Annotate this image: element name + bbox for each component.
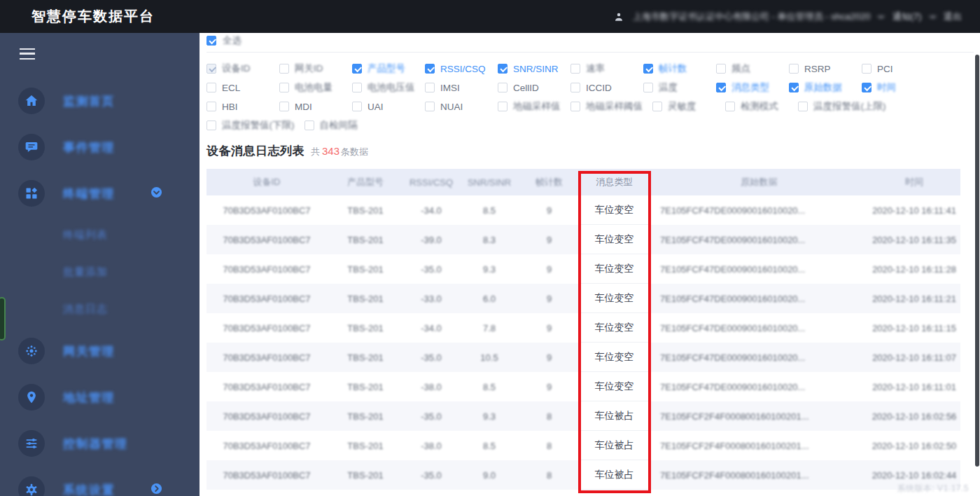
filter-label: ICCID [586,83,622,93]
record-count: 343 [322,145,340,157]
sidebar-item[interactable]: 地址管理 [0,374,200,420]
filter-label: 温度 [659,81,687,94]
filter-checkbox[interactable]: 自检间隔 [304,119,377,132]
checkbox-icon [798,102,808,111]
select-all-checkbox[interactable]: 全选 [206,34,980,47]
filter-checkbox[interactable]: IMSI [425,83,498,93]
logout-button[interactable]: 退出 [944,11,962,23]
filter-label: 帧计数 [659,62,697,75]
checkbox-icon [206,83,216,92]
filter-checkbox[interactable]: 温度 [643,81,716,94]
filter-checkbox[interactable]: RSSI/CSQ [425,64,498,74]
table-cell: 70B3D53AF0100BC7 [206,372,327,401]
chevron-down-icon[interactable]: ∨ [929,13,936,20]
filter-checkbox[interactable]: 速率 [570,62,643,75]
chevron-down-icon[interactable]: ∨ [878,13,885,20]
table-row[interactable]: 70B3D53AF0100BC7TBS-201-38.08.59车位变空7E10… [206,372,960,401]
table-row[interactable]: 70B3D53AF0100BC7TBS-201-34.08.59车位变空7E10… [206,195,960,225]
filter-checkbox[interactable]: 原始数据 [789,81,862,94]
sidebar-item[interactable]: 控制器管理 [0,420,200,467]
sidebar-nav: 监测首页 事件管理 终端管理 终端列表 批量添加 消息日志 网关管理 地址管理 … [0,78,200,496]
sidebar-item[interactable]: 网关管理 [0,328,200,374]
filter-checkbox[interactable]: PCI [862,64,934,74]
filter-checkbox[interactable]: 网关ID [279,62,352,75]
table-cell: 70B3D53AF0100BC7 [206,313,327,343]
table-cell: 70B3D53AF0100BC7 [206,401,327,431]
filter-checkbox[interactable]: 产品型号 [352,62,425,75]
table-cell: 7E105FCF47DE00090016010020... [650,372,868,401]
filter-row: ECL 电池电量 电池电压值 IMSI CellID ICCID 温度 消息类型… [206,80,980,95]
filter-checkbox[interactable]: 消息类型 [716,81,789,94]
table-body: 70B3D53AF0100BC7TBS-201-34.08.59车位变空7E10… [206,195,960,490]
table-row[interactable]: 70B3D53AF0100BC7TBS-201-33.06.09车位变空7E10… [206,284,960,313]
sidebar: 监测首页 事件管理 终端管理 终端列表 批量添加 消息日志 网关管理 地址管理 … [0,33,200,496]
filter-checkbox[interactable]: 帧计数 [643,62,716,75]
sidebar-subitem[interactable]: 批量添加 [0,254,200,291]
filter-checkbox[interactable]: 温度报警值(下限) [206,119,304,132]
sidebar-item[interactable]: 监测首页 [0,78,200,124]
table-cell: 2020-12-10 16:11:41 [868,195,960,225]
filter-checkbox[interactable]: ICCID [570,83,643,93]
filter-checkbox[interactable]: NUAI [425,102,498,112]
filter-checkbox[interactable]: HBI [206,102,279,112]
table-cell: 7E105FCF2F4F000800160100201... [650,460,868,490]
column-header: 帧计数 [520,169,578,195]
filter-label: 速率 [586,62,615,75]
sidebar-item-label: 事件管理 [63,139,115,156]
filter-label: 自检间隔 [320,119,368,132]
table-row[interactable]: 70B3D53AF0100BC7TBS-201-35.09.38车位被占7E10… [206,401,960,431]
table-cell: 70B3D53AF0100BC7 [206,225,327,254]
divider [206,52,974,53]
filter-checkbox[interactable]: ECL [206,83,279,93]
message-type-cell: 车位被占 [578,431,650,460]
menu-toggle-button[interactable] [0,33,200,78]
table-row[interactable]: 70B3D53AF0100BC7TBS-201-35.09.08车位被占7E10… [206,460,960,490]
table-row[interactable]: 70B3D53AF0100BC7TBS-201-38.08.58车位被占7E10… [206,431,960,460]
table-cell: 7E105FCF47DE00090016010020... [650,313,868,343]
filter-checkbox[interactable]: 设备ID [206,62,279,75]
filter-checkbox[interactable]: 时间 [862,81,934,94]
filter-checkbox[interactable]: RSRP [789,64,862,74]
filter-label: 时间 [877,81,906,94]
table-row[interactable]: 70B3D53AF0100BC7TBS-201-35.010.59车位变空7E1… [206,343,960,372]
filter-checkbox[interactable]: 灵敏度 [652,100,725,113]
checkbox-icon [425,83,435,92]
filter-checkbox[interactable]: 温度报警值(上限) [798,100,896,113]
table-row[interactable]: 70B3D53AF0100BC7TBS-201-34.07.89车位变空7E10… [206,313,960,343]
sidebar-item-label: 监测首页 [63,93,115,109]
filter-label: 频点 [732,62,760,75]
table-row[interactable]: 70B3D53AF0100BC7TBS-201-39.08.39车位变空7E10… [206,225,960,254]
sidebar-item[interactable]: 系统设置 [0,467,200,496]
filter-checkbox[interactable]: 电池电量 [279,81,352,94]
filter-checkbox[interactable]: UAI [352,102,425,112]
top-bar: 智慧停车数据平台 上海市数字证书认证中心有限公司 - 单位管理员 - shca2… [0,0,980,33]
filter-checkbox[interactable]: MDI [279,102,352,112]
table-cell: TBS-201 [327,225,404,254]
notifications-button[interactable]: 通知(7) [892,11,922,23]
filter-row: HBI MDI UAI NUAI 地磁采样值 地磁采样阈值 灵敏度 检测模式 温… [206,99,980,114]
app-window: 智慧停车数据平台 上海市数字证书认证中心有限公司 - 单位管理员 - shca2… [0,0,980,496]
filter-checkbox[interactable]: SNR/SINR [498,64,570,74]
table-cell: 2020-12-10 16:02:50 [868,431,960,460]
filter-checkbox[interactable]: 检测模式 [725,100,798,113]
sidebar-item[interactable]: 事件管理 [0,124,200,170]
filter-checkbox[interactable]: 电池电压值 [352,81,425,94]
checkbox-icon [716,64,726,74]
filter-checkbox[interactable]: 地磁采样值 [498,100,570,113]
message-log-table: 设备ID产品型号RSSI/CSQSNR/SINR帧计数消息类型原始数据时间 70… [206,169,960,490]
sidebar-item[interactable]: 终端管理 [0,170,200,216]
table-cell: TBS-201 [327,372,404,401]
column-header: 时间 [868,169,960,195]
filter-checkbox[interactable]: 地磁采样阈值 [570,100,652,113]
filter-checkbox[interactable]: 频点 [716,62,789,75]
table-cell: -35.0 [404,343,458,372]
filter-checkbox[interactable]: CellID [498,83,570,93]
sidebar-subitem[interactable]: 终端列表 [0,216,200,254]
table-cell: 8.5 [458,372,520,401]
table-cell: 8 [520,460,578,490]
table-row[interactable]: 70B3D53AF0100BC7TBS-201-35.09.39车位变空7E10… [206,254,960,284]
table-cell: 70B3D53AF0100BC7 [206,195,327,225]
table-cell: 9.3 [458,254,520,284]
vertical-scrollbar[interactable] [975,55,979,467]
sidebar-subitem[interactable]: 消息日志 [0,291,200,328]
